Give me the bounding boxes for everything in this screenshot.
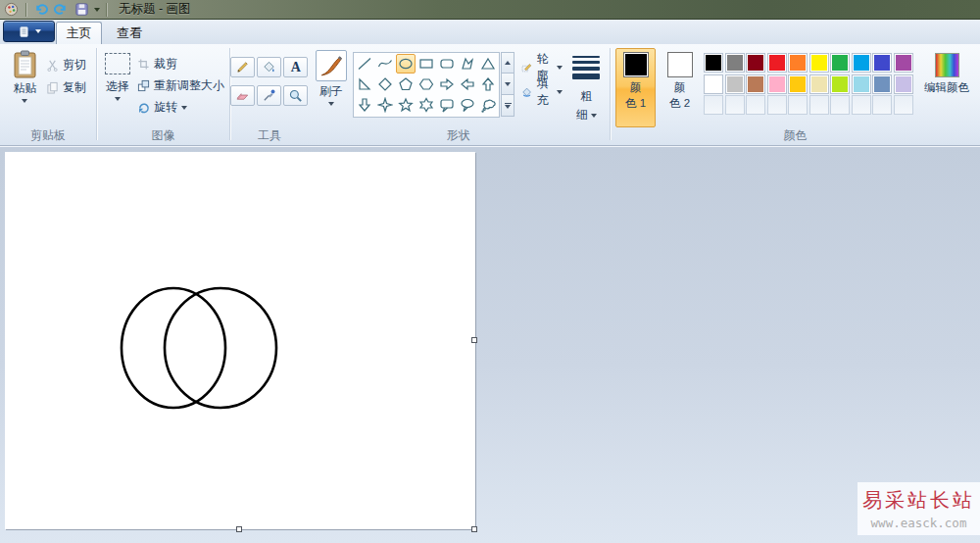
redo-icon[interactable] xyxy=(53,1,70,18)
watermark-url: www.easck.com xyxy=(871,516,967,530)
shape-six-point-star-icon[interactable] xyxy=(416,95,436,115)
palette-swatch[interactable] xyxy=(894,53,913,73)
brush-button[interactable]: 刷子 xyxy=(313,48,350,127)
tab-home[interactable]: 主页 xyxy=(56,22,102,44)
fill-label: 填充 xyxy=(537,75,554,109)
palette-swatch[interactable] xyxy=(746,74,765,94)
color2-button[interactable]: 颜 色 2 xyxy=(660,48,700,127)
palette-swatch[interactable] xyxy=(704,53,723,73)
paint-menu-button[interactable] xyxy=(3,21,55,42)
shape-up-arrow-icon[interactable] xyxy=(478,74,498,94)
shape-right-arrow-icon[interactable] xyxy=(437,74,457,94)
color1-swatch xyxy=(623,52,649,77)
shape-grid xyxy=(353,52,500,118)
palette-swatch[interactable] xyxy=(894,74,913,94)
palette-swatch[interactable] xyxy=(809,53,829,73)
scissors-icon xyxy=(46,59,59,72)
drawing-canvas[interactable] xyxy=(5,152,475,529)
palette-swatch[interactable] xyxy=(852,74,871,94)
canvas-resize-handle-corner[interactable] xyxy=(471,526,477,532)
shape-rectangle-icon[interactable] xyxy=(416,54,436,74)
save-icon[interactable] xyxy=(74,1,90,18)
shape-triangle-icon[interactable] xyxy=(478,54,498,74)
crop-button[interactable]: 裁剪 xyxy=(137,55,224,74)
palette-swatch[interactable] xyxy=(852,53,871,73)
shape-left-arrow-icon[interactable] xyxy=(458,74,477,94)
cut-button[interactable]: 剪切 xyxy=(46,56,86,74)
shape-rounded-rectangle-icon[interactable] xyxy=(437,54,457,74)
rotate-button[interactable]: 旋转 xyxy=(137,98,224,117)
canvas-resize-handle-bottom[interactable] xyxy=(236,526,242,532)
palette-swatch[interactable] xyxy=(830,53,850,73)
work-area: 易采站长站 www.easck.com xyxy=(0,147,980,543)
edit-colors-button[interactable]: 编辑颜色 xyxy=(918,48,975,127)
palette-swatch[interactable] xyxy=(704,74,723,94)
magnifier-tool-icon[interactable] xyxy=(283,85,308,106)
shape-oval-callout-icon[interactable] xyxy=(458,95,477,115)
shape-down-arrow-icon[interactable] xyxy=(355,95,374,115)
palette-swatch[interactable] xyxy=(788,53,808,73)
clipboard-group-caption: 剪贴板 xyxy=(0,127,96,145)
clipboard-icon xyxy=(13,50,37,78)
color1-button[interactable]: 颜 色 1 xyxy=(615,48,656,127)
palette-swatch-empty[interactable] xyxy=(872,95,892,115)
group-clipboard: 粘贴 剪切 复制 剪贴板 xyxy=(0,44,96,145)
palette-swatch[interactable] xyxy=(767,53,787,73)
palette-swatch[interactable] xyxy=(830,74,850,94)
palette-swatch-empty[interactable] xyxy=(852,95,871,115)
shape-hexagon-icon[interactable] xyxy=(416,74,436,94)
size-button[interactable]: 粗 细 xyxy=(569,48,603,127)
copy-button[interactable]: 复制 xyxy=(46,78,86,97)
resize-button[interactable]: 重新调整大小 xyxy=(137,76,224,95)
shape-polygon-icon[interactable] xyxy=(458,54,477,74)
app-icon[interactable] xyxy=(3,1,20,18)
select-label: 选择 xyxy=(106,78,129,95)
shape-rounded-callout-icon[interactable] xyxy=(437,95,457,115)
palette-swatch-empty[interactable] xyxy=(746,95,765,115)
eraser-tool-icon[interactable] xyxy=(230,85,255,106)
shape-diamond-icon[interactable] xyxy=(375,74,395,94)
palette-swatch-empty[interactable] xyxy=(788,95,808,115)
palette-swatch[interactable] xyxy=(767,74,787,94)
shapes-scroll-up-icon[interactable] xyxy=(501,52,514,74)
shapes-more-icon[interactable] xyxy=(501,95,514,117)
palette-swatch-empty[interactable] xyxy=(704,95,723,115)
shape-fill-button[interactable]: 填充 xyxy=(521,82,563,101)
tab-view[interactable]: 查看 xyxy=(105,22,154,44)
group-colors: 颜 色 1 颜 色 2 编辑颜色 颜色 xyxy=(611,44,980,145)
palette-swatch[interactable] xyxy=(872,74,892,94)
shape-five-point-star-icon[interactable] xyxy=(396,95,416,115)
palette-swatch[interactable] xyxy=(788,74,808,94)
palette-swatch-empty[interactable] xyxy=(894,95,913,115)
palette-swatch-empty[interactable] xyxy=(830,95,850,115)
palette-swatch[interactable] xyxy=(809,74,829,94)
pencil-tool-icon[interactable] xyxy=(230,57,255,77)
shapes-scroll-down-icon[interactable] xyxy=(501,74,514,95)
shape-ellipse-icon[interactable] xyxy=(396,54,416,74)
brush-icon xyxy=(316,50,347,81)
palette-swatch-empty[interactable] xyxy=(767,95,787,115)
shape-pentagon-icon[interactable] xyxy=(396,74,416,94)
palette-swatch-empty[interactable] xyxy=(809,95,829,115)
palette-swatch[interactable] xyxy=(725,74,745,94)
shape-curve-icon[interactable] xyxy=(375,54,395,74)
shape-cloud-callout-icon[interactable] xyxy=(478,95,498,115)
select-button[interactable]: 选择 xyxy=(102,48,133,127)
text-tool-icon[interactable]: A xyxy=(283,57,308,77)
size-label-line1: 粗 xyxy=(580,88,592,105)
palette-swatch[interactable] xyxy=(725,53,745,73)
quick-access-dropdown-icon[interactable] xyxy=(94,8,100,12)
shape-right-triangle-icon[interactable] xyxy=(355,74,374,94)
palette-swatch[interactable] xyxy=(746,53,765,73)
outline-button[interactable]: 轮廓 xyxy=(521,58,563,76)
undo-icon[interactable] xyxy=(32,1,49,18)
brush-group-caption xyxy=(309,127,354,145)
paste-button[interactable]: 粘贴 xyxy=(10,48,40,127)
color-picker-tool-icon[interactable] xyxy=(257,85,281,106)
canvas-resize-handle-right[interactable] xyxy=(471,337,477,343)
palette-swatch-empty[interactable] xyxy=(725,95,745,115)
palette-swatch[interactable] xyxy=(872,53,892,73)
shape-line-icon[interactable] xyxy=(355,54,374,74)
fill-with-color-tool-icon[interactable] xyxy=(257,57,281,77)
shape-four-point-star-icon[interactable] xyxy=(375,95,395,115)
